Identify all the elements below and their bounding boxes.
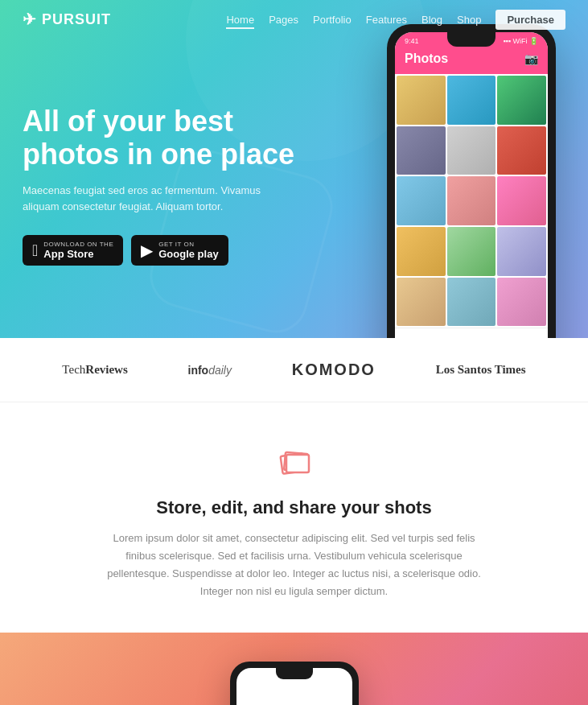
second-phone-notch [276, 668, 313, 679]
phone-nav-search: ☰ [463, 335, 479, 338]
hero-subtitle: Maecenas feugiat sed eros ac fermentum. … [23, 183, 296, 216]
nav-item-features[interactable]: Features [366, 12, 407, 27]
second-hero-section [0, 633, 588, 705]
phone-nav-favorites: ⊟ [506, 335, 522, 338]
photo-cell-8 [447, 176, 496, 225]
google-play-main-label: Google play [158, 248, 218, 260]
photo-cell-14 [447, 278, 496, 327]
second-phone-outer [230, 662, 359, 705]
google-play-icon: ▶ [141, 242, 153, 258]
nav-item-blog[interactable]: Blog [421, 12, 442, 27]
logo-text: PURSUIT [42, 11, 111, 28]
photo-cell-2 [447, 76, 496, 125]
feature-title: Store, edit, and share your shots [32, 497, 556, 518]
apple-icon:  [32, 242, 38, 258]
google-play-button[interactable]: ▶ Get it on Google play [131, 235, 228, 266]
press-logo-lst: Los Santos Times [436, 363, 526, 377]
photo-cell-6 [497, 126, 546, 175]
hero-content: All of your best photos in one place Mae… [23, 89, 296, 266]
photo-cell-13 [397, 278, 446, 327]
phone-outer: 9:41 ▪▪▪ WiFi 🔋 Photos 📷 [387, 24, 556, 338]
phone-nav-photos: ⊞ [421, 335, 437, 338]
camera-icon: 📷 [524, 52, 538, 65]
app-store-main-label: App Store [43, 248, 113, 260]
press-logo-komodo: KOMODO [292, 361, 376, 379]
hero-title: All of your best photos in one place [23, 105, 296, 171]
app-store-top-label: Download on the [43, 241, 113, 248]
photo-grid [395, 74, 548, 328]
hero-section: All of your best photos in one place Mae… [0, 0, 588, 338]
photo-cell-3 [497, 76, 546, 125]
photo-cell-5 [447, 126, 496, 175]
logo[interactable]: ✈ PURSUIT [23, 10, 111, 29]
press-logo-text-1: TechReviews [62, 363, 127, 376]
phone-mockup: 9:41 ▪▪▪ WiFi 🔋 Photos 📷 [387, 24, 556, 338]
nav-links: Home Pages Portfolio Features Blog Shop … [226, 12, 565, 27]
logo-icon: ✈ [23, 10, 37, 29]
phone-app-title: Photos [405, 52, 448, 66]
photo-cell-11 [447, 227, 496, 276]
app-store-button[interactable]:  Download on the App Store [23, 235, 123, 266]
photo-cell-4 [397, 126, 446, 175]
photo-cell-1 [397, 76, 446, 125]
photo-cell-12 [497, 227, 546, 276]
features-section: Store, edit, and share your shots Lorem … [0, 402, 588, 633]
nav-item-home[interactable]: Home [226, 12, 254, 27]
phone-screen: 9:41 ▪▪▪ WiFi 🔋 Photos 📷 [395, 32, 548, 338]
nav-item-purchase[interactable]: Purchase [495, 12, 565, 27]
phone-bottom-bar: ⊞ ☰ ⊟ [395, 328, 548, 338]
press-logo-infodaily: infodaily [188, 364, 232, 377]
google-play-top-label: Get it on [158, 241, 218, 248]
press-section: TechReviews infodaily KOMODO Los Santos … [0, 338, 588, 402]
photo-cell-7 [397, 176, 446, 225]
navbar: ✈ PURSUIT Home Pages Portfolio Features … [0, 0, 588, 39]
nav-item-pages[interactable]: Pages [269, 12, 298, 27]
second-phone-mockup [230, 662, 359, 705]
press-logo-text-3: KOMODO [292, 361, 376, 378]
nav-item-portfolio[interactable]: Portfolio [313, 12, 352, 27]
press-logo-techreviews: TechReviews [62, 363, 127, 377]
svg-rect-2 [286, 455, 309, 472]
nav-item-shop[interactable]: Shop [457, 12, 481, 27]
photos-icon [275, 443, 314, 482]
photo-cell-15 [497, 278, 546, 327]
hero-buttons:  Download on the App Store ▶ Get it on … [23, 235, 296, 266]
press-logo-text-2: infodaily [188, 364, 232, 377]
phone-app-header: Photos 📷 [395, 48, 548, 74]
photo-cell-9 [497, 176, 546, 225]
press-logo-text-4: Los Santos Times [436, 363, 526, 376]
photo-cell-10 [397, 227, 446, 276]
feature-description: Lorem ipsum dolor sit amet, consectetur … [101, 530, 487, 600]
feature-icon-wrapper [274, 443, 315, 483]
